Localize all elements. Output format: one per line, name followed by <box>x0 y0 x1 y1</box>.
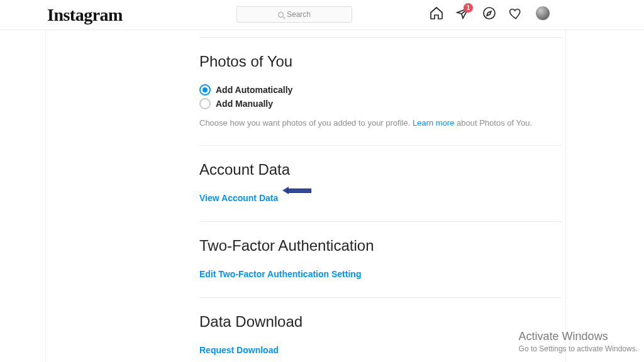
learn-more-link[interactable]: Learn more <box>413 118 454 128</box>
activity-heart-icon[interactable] <box>508 6 523 21</box>
section-data-download: Data Download Request Download <box>199 298 562 362</box>
account-data-title: Account Data <box>199 161 562 178</box>
inbox-badge: 1 <box>464 3 473 13</box>
search-icon <box>278 12 284 18</box>
data-download-title: Data Download <box>199 313 562 331</box>
profile-avatar[interactable] <box>536 6 550 20</box>
prev-section-divider <box>199 30 562 38</box>
home-icon[interactable] <box>429 6 444 21</box>
edit-two-factor-link[interactable]: Edit Two-Factor Authentication Setting <box>199 269 361 279</box>
request-download-link[interactable]: Request Download <box>199 345 279 355</box>
search-placeholder: Search <box>287 10 311 19</box>
view-account-data-link[interactable]: View Account Data <box>199 193 278 203</box>
radio-on-icon <box>199 84 211 96</box>
help-text-post: about Photos of You. <box>454 118 532 128</box>
direct-messages-icon[interactable]: 1 <box>455 6 470 21</box>
radio-add-automatically[interactable]: Add Automatically <box>199 84 562 96</box>
settings-sidebar <box>46 30 196 362</box>
radio-add-manually[interactable]: Add Manually <box>199 98 562 109</box>
settings-content: Photos of You Add Automatically Add Manu… <box>196 30 565 362</box>
settings-panel: Photos of You Add Automatically Add Manu… <box>45 30 566 362</box>
radio-label: Add Automatically <box>216 85 292 95</box>
section-photos-of-you: Photos of You Add Automatically Add Manu… <box>199 38 562 145</box>
top-nav: Instagram Search 1 <box>0 0 644 30</box>
svg-point-0 <box>484 8 495 19</box>
section-account-data: Account Data View Account Data <box>199 146 562 221</box>
explore-icon[interactable] <box>482 6 497 21</box>
page-body: Photos of You Add Automatically Add Manu… <box>0 30 644 362</box>
radio-label: Add Manually <box>216 99 273 109</box>
photos-of-you-title: Photos of You <box>199 53 562 70</box>
search-input[interactable]: Search <box>236 6 352 23</box>
section-two-factor: Two-Factor Authentication Edit Two-Facto… <box>199 222 562 297</box>
annotation-arrow-icon <box>282 187 311 195</box>
photos-of-you-help: Choose how you want photos of you added … <box>199 118 562 128</box>
instagram-logo[interactable]: Instagram <box>47 5 123 25</box>
radio-off-icon <box>199 98 211 109</box>
help-text-pre: Choose how you want photos of you added … <box>199 118 413 128</box>
two-factor-title: Two-Factor Authentication <box>199 237 562 255</box>
nav-icon-group: 1 <box>429 6 550 21</box>
